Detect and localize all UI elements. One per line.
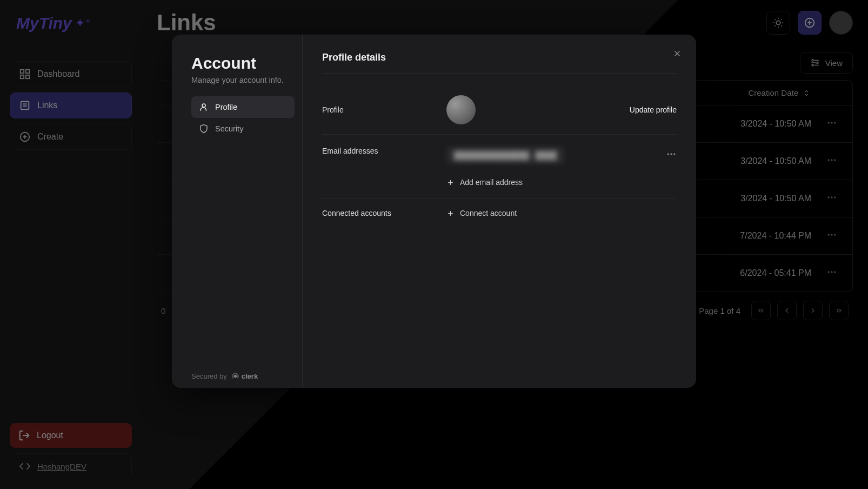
- clerk-logo: clerk: [231, 372, 258, 380]
- close-button[interactable]: [669, 45, 685, 62]
- modal-nav-label: Profile: [215, 103, 237, 111]
- modal-nav-security[interactable]: Security: [191, 118, 295, 140]
- modal-nav-label: Security: [215, 124, 243, 133]
- shield-icon: [199, 124, 209, 134]
- add-email-button[interactable]: Add email address: [446, 178, 677, 187]
- section-title: Profile details: [322, 52, 677, 74]
- svg-point-48: [667, 153, 669, 155]
- svg-point-44: [202, 104, 205, 107]
- profile-avatar: [446, 95, 476, 124]
- close-icon: [672, 49, 682, 58]
- dots-icon: [666, 149, 677, 160]
- modal-nav-profile[interactable]: Profile: [191, 96, 295, 118]
- modal-overlay[interactable]: Account Manage your account info. Profil…: [0, 0, 868, 489]
- plus-icon: [446, 179, 455, 187]
- profile-label: Profile: [322, 105, 446, 114]
- svg-point-45: [234, 375, 237, 378]
- email-value: ██████████████ · ████: [446, 147, 564, 164]
- modal-title: Account: [191, 54, 295, 72]
- connected-label: Connected accounts: [322, 209, 446, 217]
- connect-account-button[interactable]: Connect account: [446, 209, 517, 217]
- clerk-icon: [231, 372, 239, 380]
- plus-icon: [446, 209, 455, 217]
- svg-point-49: [670, 153, 672, 155]
- account-modal: Account Manage your account info. Profil…: [172, 35, 696, 388]
- modal-subtitle: Manage your account info.: [191, 76, 295, 84]
- email-menu[interactable]: [666, 149, 677, 162]
- update-profile-button[interactable]: Update profile: [630, 105, 677, 114]
- email-label: Email addresses: [322, 147, 446, 155]
- user-icon: [199, 102, 209, 112]
- svg-point-50: [673, 153, 675, 155]
- secured-by: Secured by clerk: [191, 140, 295, 380]
